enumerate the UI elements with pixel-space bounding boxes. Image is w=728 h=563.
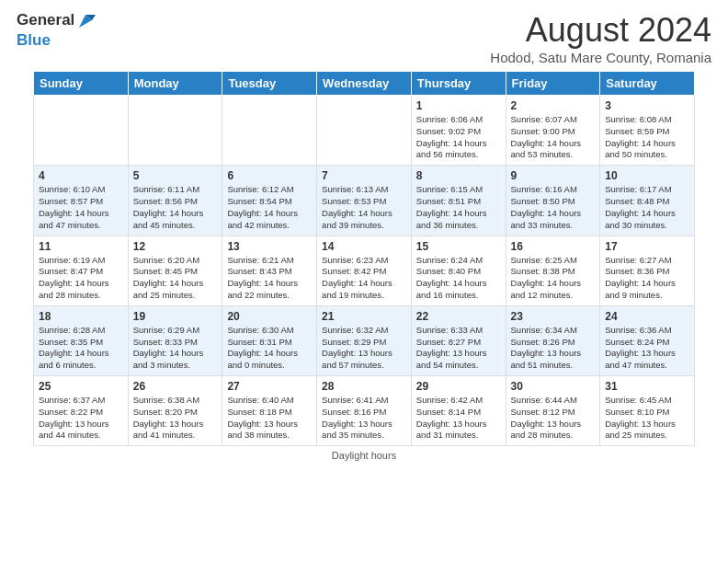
calendar-cell: 17Sunrise: 6:27 AMSunset: 8:36 PMDayligh… bbox=[600, 236, 695, 305]
calendar-cell: 21Sunrise: 6:32 AMSunset: 8:29 PMDayligh… bbox=[317, 305, 412, 375]
calendar-cell: 30Sunrise: 6:44 AMSunset: 8:12 PMDayligh… bbox=[506, 376, 600, 446]
day-number: 21 bbox=[322, 310, 406, 323]
calendar-header-row: SundayMondayTuesdayWednesdayThursdayFrid… bbox=[34, 72, 695, 96]
calendar-cell: 8Sunrise: 6:15 AMSunset: 8:51 PMDaylight… bbox=[411, 166, 506, 236]
day-number: 16 bbox=[511, 240, 596, 253]
day-number: 9 bbox=[511, 169, 596, 182]
calendar-table: SundayMondayTuesdayWednesdayThursdayFrid… bbox=[33, 71, 695, 446]
calendar-cell: 19Sunrise: 6:29 AMSunset: 8:33 PMDayligh… bbox=[128, 305, 222, 375]
day-number: 22 bbox=[416, 310, 501, 323]
day-header-thursday: Thursday bbox=[411, 72, 506, 96]
day-number: 7 bbox=[322, 169, 406, 182]
day-info: Sunrise: 6:07 AMSunset: 9:00 PMDaylight:… bbox=[511, 114, 596, 161]
day-header-saturday: Saturday bbox=[600, 72, 695, 96]
day-number: 20 bbox=[227, 310, 312, 323]
day-info: Sunrise: 6:10 AMSunset: 8:57 PMDaylight:… bbox=[39, 184, 123, 231]
calendar-week-row: 1Sunrise: 6:06 AMSunset: 9:02 PMDaylight… bbox=[34, 96, 695, 166]
day-number: 17 bbox=[605, 240, 689, 253]
day-info: Sunrise: 6:17 AMSunset: 8:48 PMDaylight:… bbox=[605, 184, 689, 231]
day-info: Sunrise: 6:08 AMSunset: 8:59 PMDaylight:… bbox=[605, 114, 689, 161]
day-info: Sunrise: 6:06 AMSunset: 9:02 PMDaylight:… bbox=[416, 114, 501, 161]
header: General Blue August 2024 Hodod, Satu Mar… bbox=[0, 0, 728, 71]
calendar-cell: 7Sunrise: 6:13 AMSunset: 8:53 PMDaylight… bbox=[317, 166, 412, 236]
day-number: 1 bbox=[416, 99, 501, 112]
day-info: Sunrise: 6:15 AMSunset: 8:51 PMDaylight:… bbox=[416, 184, 501, 231]
calendar-cell: 23Sunrise: 6:34 AMSunset: 8:26 PMDayligh… bbox=[506, 305, 600, 375]
day-number: 2 bbox=[511, 99, 596, 112]
calendar-cell: 16Sunrise: 6:25 AMSunset: 8:38 PMDayligh… bbox=[506, 236, 600, 305]
calendar-cell: 26Sunrise: 6:38 AMSunset: 8:20 PMDayligh… bbox=[128, 376, 222, 446]
calendar-week-row: 18Sunrise: 6:28 AMSunset: 8:35 PMDayligh… bbox=[34, 305, 695, 375]
calendar-cell: 24Sunrise: 6:36 AMSunset: 8:24 PMDayligh… bbox=[600, 305, 695, 375]
day-number: 27 bbox=[227, 380, 312, 393]
calendar-cell: 12Sunrise: 6:20 AMSunset: 8:45 PMDayligh… bbox=[128, 236, 222, 305]
day-number: 28 bbox=[322, 380, 406, 393]
day-info: Sunrise: 6:25 AMSunset: 8:38 PMDaylight:… bbox=[511, 255, 596, 302]
day-info: Sunrise: 6:30 AMSunset: 8:31 PMDaylight:… bbox=[227, 325, 312, 372]
day-number: 8 bbox=[416, 169, 501, 182]
day-number: 18 bbox=[39, 310, 123, 323]
sub-title: Hodod, Satu Mare County, Romania bbox=[490, 50, 711, 65]
day-number: 23 bbox=[511, 310, 596, 323]
calendar-cell: 25Sunrise: 6:37 AMSunset: 8:22 PMDayligh… bbox=[34, 376, 129, 446]
day-info: Sunrise: 6:12 AMSunset: 8:54 PMDaylight:… bbox=[227, 184, 312, 231]
day-info: Sunrise: 6:37 AMSunset: 8:22 PMDaylight:… bbox=[39, 395, 123, 442]
day-number: 31 bbox=[605, 380, 689, 393]
calendar-cell bbox=[317, 96, 412, 166]
calendar-cell: 11Sunrise: 6:19 AMSunset: 8:47 PMDayligh… bbox=[34, 236, 129, 305]
day-info: Sunrise: 6:41 AMSunset: 8:16 PMDaylight:… bbox=[322, 395, 406, 442]
day-number: 14 bbox=[322, 240, 406, 253]
day-info: Sunrise: 6:21 AMSunset: 8:43 PMDaylight:… bbox=[227, 255, 312, 302]
day-number: 3 bbox=[605, 99, 689, 112]
day-number: 4 bbox=[39, 169, 123, 182]
day-info: Sunrise: 6:45 AMSunset: 8:10 PMDaylight:… bbox=[605, 395, 689, 442]
calendar-week-row: 11Sunrise: 6:19 AMSunset: 8:47 PMDayligh… bbox=[34, 236, 695, 305]
day-info: Sunrise: 6:33 AMSunset: 8:27 PMDaylight:… bbox=[416, 325, 501, 372]
day-info: Sunrise: 6:32 AMSunset: 8:29 PMDaylight:… bbox=[322, 325, 406, 372]
main-title: August 2024 bbox=[490, 11, 711, 50]
calendar-cell: 29Sunrise: 6:42 AMSunset: 8:14 PMDayligh… bbox=[411, 376, 506, 446]
day-number: 19 bbox=[133, 310, 218, 323]
day-info: Sunrise: 6:44 AMSunset: 8:12 PMDaylight:… bbox=[511, 395, 596, 442]
calendar-cell: 1Sunrise: 6:06 AMSunset: 9:02 PMDaylight… bbox=[411, 96, 506, 166]
day-info: Sunrise: 6:19 AMSunset: 8:47 PMDaylight:… bbox=[39, 255, 123, 302]
calendar-cell bbox=[128, 96, 222, 166]
day-info: Sunrise: 6:27 AMSunset: 8:36 PMDaylight:… bbox=[605, 255, 689, 302]
day-number: 26 bbox=[133, 380, 218, 393]
day-number: 29 bbox=[416, 380, 501, 393]
day-info: Sunrise: 6:29 AMSunset: 8:33 PMDaylight:… bbox=[133, 325, 218, 372]
day-header-tuesday: Tuesday bbox=[222, 72, 317, 96]
calendar-cell: 3Sunrise: 6:08 AMSunset: 8:59 PMDaylight… bbox=[600, 96, 695, 166]
calendar-week-row: 25Sunrise: 6:37 AMSunset: 8:22 PMDayligh… bbox=[34, 376, 695, 446]
title-area: August 2024 Hodod, Satu Mare County, Rom… bbox=[490, 11, 711, 65]
day-header-sunday: Sunday bbox=[34, 72, 129, 96]
day-info: Sunrise: 6:24 AMSunset: 8:40 PMDaylight:… bbox=[416, 255, 501, 302]
calendar-cell: 15Sunrise: 6:24 AMSunset: 8:40 PMDayligh… bbox=[411, 236, 506, 305]
calendar-cell: 10Sunrise: 6:17 AMSunset: 8:48 PMDayligh… bbox=[600, 166, 695, 236]
calendar-cell: 28Sunrise: 6:41 AMSunset: 8:16 PMDayligh… bbox=[317, 376, 412, 446]
calendar-cell bbox=[222, 96, 317, 166]
day-number: 15 bbox=[416, 240, 501, 253]
day-info: Sunrise: 6:36 AMSunset: 8:24 PMDaylight:… bbox=[605, 325, 689, 372]
day-number: 30 bbox=[511, 380, 596, 393]
calendar-cell: 5Sunrise: 6:11 AMSunset: 8:56 PMDaylight… bbox=[128, 166, 222, 236]
calendar-week-row: 4Sunrise: 6:10 AMSunset: 8:57 PMDaylight… bbox=[34, 166, 695, 236]
day-info: Sunrise: 6:11 AMSunset: 8:56 PMDaylight:… bbox=[133, 184, 218, 231]
calendar-cell: 18Sunrise: 6:28 AMSunset: 8:35 PMDayligh… bbox=[34, 305, 129, 375]
calendar-cell: 31Sunrise: 6:45 AMSunset: 8:10 PMDayligh… bbox=[600, 376, 695, 446]
day-info: Sunrise: 6:28 AMSunset: 8:35 PMDaylight:… bbox=[39, 325, 123, 372]
day-info: Sunrise: 6:13 AMSunset: 8:53 PMDaylight:… bbox=[322, 184, 406, 231]
day-info: Sunrise: 6:42 AMSunset: 8:14 PMDaylight:… bbox=[416, 395, 501, 442]
day-number: 5 bbox=[133, 169, 218, 182]
calendar-cell: 13Sunrise: 6:21 AMSunset: 8:43 PMDayligh… bbox=[222, 236, 317, 305]
calendar-cell: 20Sunrise: 6:30 AMSunset: 8:31 PMDayligh… bbox=[222, 305, 317, 375]
day-number: 10 bbox=[605, 169, 689, 182]
logo: General Blue bbox=[17, 11, 96, 50]
calendar-wrapper: SundayMondayTuesdayWednesdayThursdayFrid… bbox=[0, 71, 728, 446]
footer-note: Daylight hours bbox=[0, 446, 728, 463]
logo-icon bbox=[75, 11, 96, 31]
day-number: 25 bbox=[39, 380, 123, 393]
day-info: Sunrise: 6:34 AMSunset: 8:26 PMDaylight:… bbox=[511, 325, 596, 372]
day-header-wednesday: Wednesday bbox=[317, 72, 412, 96]
day-number: 13 bbox=[227, 240, 312, 253]
